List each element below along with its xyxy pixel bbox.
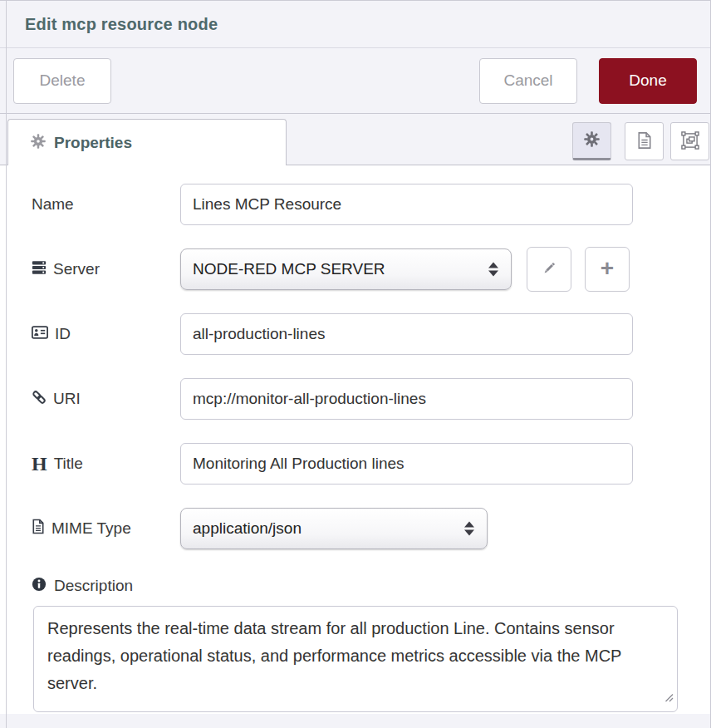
file-icon [32,519,45,539]
form-row-id: ID [32,313,710,355]
pencil-icon [542,261,557,278]
server-select[interactable]: NODE-RED MCP SERVER [180,248,512,290]
tab-action-buttons [572,122,709,165]
mime-label: MIME Type [32,519,180,539]
dialog-header: Edit mcp resource node [0,1,710,48]
form-row-uri: URI [32,378,710,420]
form-row-server: Server NODE-RED MCP SERVER [32,248,710,290]
gear-icon [584,131,600,150]
form-row-title: H Title [32,443,710,485]
description-tab-button[interactable] [625,122,664,160]
server-label: Server [32,260,180,279]
title-input[interactable] [180,443,633,485]
link-icon [32,390,47,409]
title-label: H Title [32,454,180,474]
form-row-mime: MIME Type application/json [32,508,710,549]
description-label-text: Description [54,577,133,595]
delete-button[interactable]: Delete [13,58,111,104]
cancel-button[interactable]: Cancel [479,58,577,104]
id-label-text: ID [55,325,71,343]
tab-properties-label: Properties [54,134,132,152]
description-textarea[interactable]: Represents the real-time data stream for… [33,606,678,712]
edit-server-button[interactable] [527,247,571,292]
mime-type-select[interactable]: application/json [180,508,488,549]
tab-bar: Properties [0,114,710,165]
document-icon [636,131,653,152]
description-field-wrap: Represents the real-time data stream for… [33,606,678,712]
uri-label-text: URI [53,390,81,408]
dialog-button-bar: Delete Cancel Done [0,48,710,114]
form-row-name: Name [32,184,710,225]
info-icon [32,577,47,596]
edit-node-dialog: Edit mcp resource node Delete Cancel Don… [0,0,711,728]
select-arrows-icon [464,522,474,536]
name-label: Name [32,195,180,214]
properties-tab-button[interactable] [572,122,611,160]
mime-label-text: MIME Type [51,519,131,538]
tab-properties[interactable]: Properties [7,119,287,165]
name-input[interactable] [180,184,633,225]
id-label: ID [32,325,180,343]
tray-left-border [6,1,7,728]
plus-icon: + [601,257,614,280]
select-arrows-icon [488,263,498,277]
add-server-button[interactable]: + [585,247,630,292]
uri-label: URI [32,390,180,409]
id-card-icon [32,325,48,343]
mime-select-value: application/json [193,519,302,538]
header-icon: H [32,454,47,474]
appearance-tab-button[interactable] [670,122,709,160]
server-icon [32,260,47,279]
id-input[interactable] [180,313,633,355]
server-select-value: NODE-RED MCP SERVER [193,260,385,278]
dialog-title: Edit mcp resource node [25,15,218,34]
tray-footer [0,714,710,728]
title-label-text: Title [54,455,83,473]
uri-input[interactable] [180,378,633,420]
description-label: Description [32,576,710,596]
name-label-text: Name [32,195,74,214]
done-button[interactable]: Done [599,58,697,104]
server-label-text: Server [53,260,100,278]
properties-form: Name Server NODE-RED [0,165,710,714]
gear-icon [31,134,46,152]
appearance-icon [681,131,699,152]
